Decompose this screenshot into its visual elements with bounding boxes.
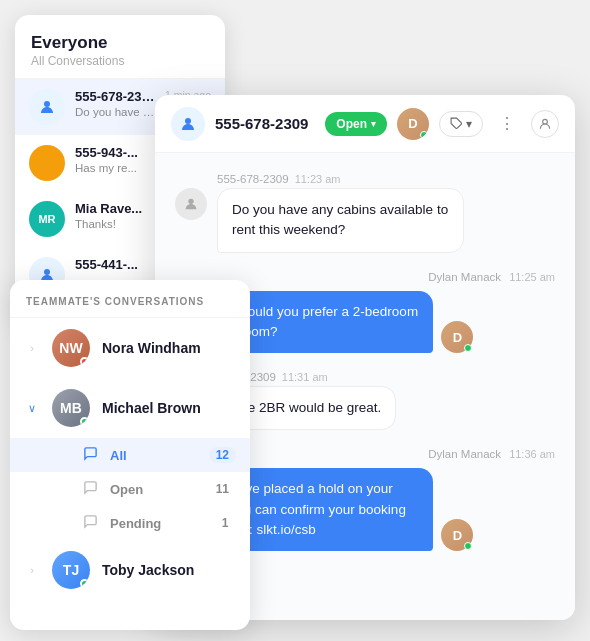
chat-contact-name: 555-678-2309 [215,115,315,132]
msg-2-meta: Dylan Manack 11:25 am [428,271,555,283]
agent-online-dot [420,131,428,139]
pending-icon [80,514,100,532]
open-icon [80,480,100,498]
msg-2-time: 11:25 am [509,271,555,283]
conv-name-1: 555-678-2309 [75,89,155,104]
msg-4-avatar: D [441,519,473,551]
conv-subtitle: All Conversations [31,54,209,68]
msg-1-meta: 555-678-2309 11:23 am [217,173,555,185]
sub-item-pending[interactable]: Pending 1 [10,506,250,540]
msg-1-time: 11:23 am [295,173,341,185]
toby-status-dot [80,579,89,588]
msg-1-row: Do you have any cabins available to rent… [175,188,555,253]
conv-avatar-2 [29,145,65,181]
open-status-label: Open [336,117,367,131]
msg-1-bubble: Do you have any cabins available to rent… [217,188,464,253]
open-status-caret-icon: ▾ [371,119,376,129]
tag-button[interactable]: ▾ [439,111,483,137]
teammate-toby[interactable]: › TJ Toby Jackson [10,540,250,600]
all-count: 12 [209,447,236,463]
nora-avatar: NW [52,329,90,367]
michael-chevron-icon: ∨ [24,402,40,415]
svg-point-1 [44,269,50,275]
msg-2-avatar-dot [464,344,472,352]
more-options-button[interactable]: ⋮ [493,110,521,138]
conv-avatar-1 [29,89,65,125]
assigned-agent-avatar[interactable]: D [397,108,429,140]
michael-name: Michael Brown [102,400,236,416]
svg-point-0 [44,101,50,107]
conv-preview-1: Do you have any cabins available to rent… [75,106,155,118]
msg-4-time: 11:36 am [509,448,555,460]
msg-3-time: 11:31 am [282,371,328,383]
msg-2-avatar: D [441,321,473,353]
chat-header: 555-678-2309 Open ▾ D ▾ ⋮ [155,95,575,153]
teammate-nora[interactable]: › NW Nora Windham [10,318,250,378]
michael-status-dot [80,417,89,426]
teammates-panel: TEAMMATE'S CONVERSATIONS › NW Nora Windh… [10,280,250,630]
msg-group-1: 555-678-2309 11:23 am Do you have any ca… [175,173,555,253]
nora-chevron-icon: › [24,342,40,354]
teammate-michael[interactable]: ∨ MB Michael Brown [10,378,250,438]
msg-1-avatar [175,188,207,220]
conv-avatar-3: MR [29,201,65,237]
sub-item-open[interactable]: Open 11 [10,472,250,506]
msg-4-sender: Dylan Manack [428,448,501,460]
tag-chevron-icon: ▾ [466,117,472,131]
pending-count: 1 [214,515,236,531]
msg-1-sender: 555-678-2309 [217,173,289,185]
toby-avatar: TJ [52,551,90,589]
sub-item-all[interactable]: All 12 [10,438,250,472]
nora-status-dot [80,357,89,366]
msg-2-sender: Dylan Manack [428,271,501,283]
conv-header: Everyone All Conversations [15,15,225,79]
michael-avatar: MB [52,389,90,427]
user-assign-button[interactable] [531,110,559,138]
svg-point-4 [543,119,548,124]
toby-chevron-icon: › [24,564,40,576]
open-count: 11 [209,481,236,497]
open-label: Open [110,482,199,497]
chat-contact-avatar [171,107,205,141]
all-chat-icon [80,446,100,464]
toby-name: Toby Jackson [102,562,236,578]
all-label: All [110,448,199,463]
svg-point-2 [185,118,191,124]
teammates-header: TEAMMATE'S CONVERSATIONS [10,280,250,318]
conv-body-1: 555-678-2309 Do you have any cabins avai… [75,89,155,118]
pending-label: Pending [110,516,204,531]
nora-name: Nora Windham [102,340,236,356]
msg-4-meta: Dylan Manack 11:36 am [428,448,555,460]
msg-4-avatar-dot [464,542,472,550]
conv-title: Everyone [31,33,209,53]
svg-point-5 [188,199,193,204]
msg-3-meta: 5-678-2309 11:31 am [217,371,555,383]
open-status-badge[interactable]: Open ▾ [325,112,387,136]
